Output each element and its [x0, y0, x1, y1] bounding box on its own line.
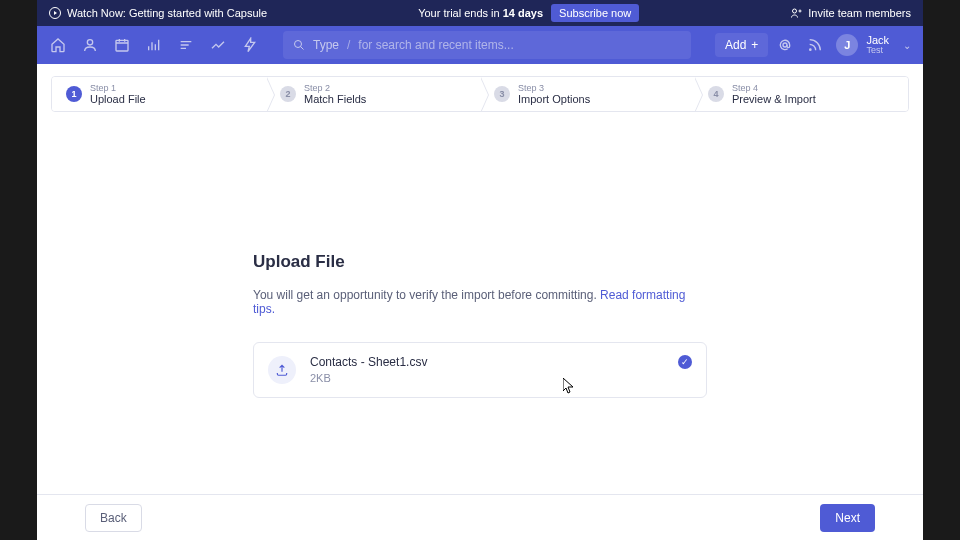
svg-point-4	[295, 41, 302, 48]
step-preview-import[interactable]: 4 Step 4Preview & Import	[694, 77, 908, 111]
trial-info: Your trial ends in 14 days Subscribe now	[418, 4, 639, 22]
user-account: Test	[866, 46, 889, 56]
add-button[interactable]: Add +	[715, 33, 768, 57]
step-upload-file[interactable]: 1 Step 1Upload File	[52, 77, 266, 111]
upload-icon	[268, 356, 296, 384]
home-icon[interactable]	[49, 36, 67, 54]
file-size: 2KB	[310, 371, 427, 385]
next-button[interactable]: Next	[820, 504, 875, 532]
page-title: Upload File	[253, 252, 707, 272]
search-input[interactable]: Type / for search and recent items...	[283, 31, 691, 59]
footer: Back Next	[37, 494, 923, 540]
svg-rect-3	[116, 40, 128, 51]
stepper: 1 Step 1Upload File 2 Step 2Match Fields…	[51, 76, 909, 112]
bolt-icon[interactable]	[241, 36, 259, 54]
svg-point-2	[87, 40, 92, 45]
check-icon: ✓	[678, 355, 692, 369]
plus-icon: +	[751, 38, 758, 52]
step-match-fields[interactable]: 2 Step 2Match Fields	[266, 77, 480, 111]
back-button[interactable]: Back	[85, 504, 142, 532]
calendar-icon[interactable]	[113, 36, 131, 54]
subscribe-button[interactable]: Subscribe now	[551, 4, 639, 22]
mention-icon[interactable]	[776, 36, 794, 54]
promo-bar: Watch Now: Getting started with Capsule …	[37, 0, 923, 26]
person-icon[interactable]	[81, 36, 99, 54]
uploaded-file-card[interactable]: Contacts - Sheet1.csv 2KB ✓	[253, 342, 707, 398]
play-circle-icon	[49, 7, 61, 19]
svg-point-6	[810, 49, 811, 50]
svg-point-1	[793, 9, 797, 13]
avatar: J	[836, 34, 858, 56]
step-import-options[interactable]: 3 Step 3Import Options	[480, 77, 694, 111]
invite-members-link[interactable]: Invite team members	[790, 7, 911, 19]
list-icon[interactable]	[177, 36, 195, 54]
watch-now-link[interactable]: Watch Now: Getting started with Capsule	[49, 7, 267, 19]
file-name: Contacts - Sheet1.csv	[310, 355, 427, 371]
bar-chart-icon[interactable]	[145, 36, 163, 54]
trend-icon[interactable]	[209, 36, 227, 54]
search-icon	[293, 39, 305, 51]
page-subtitle: You will get an opportunity to verify th…	[253, 288, 707, 316]
chevron-down-icon: ⌄	[903, 40, 911, 51]
user-plus-icon	[790, 7, 802, 19]
feed-icon[interactable]	[806, 36, 824, 54]
watch-now-text: Watch Now: Getting started with Capsule	[67, 7, 267, 19]
user-menu[interactable]: J Jack Test ⌄	[836, 34, 911, 56]
main-content: Upload File You will get an opportunity …	[37, 112, 923, 494]
navbar: Type / for search and recent items... Ad…	[37, 26, 923, 64]
